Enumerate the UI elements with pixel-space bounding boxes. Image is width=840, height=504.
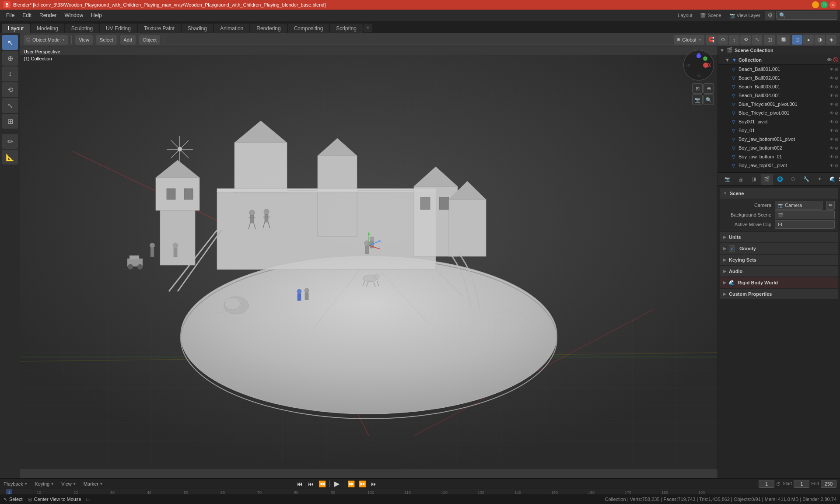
collection-restrict-icon[interactable]: 🚫 <box>833 57 838 63</box>
restrict-icon-5[interactable]: ⊘ <box>835 102 838 107</box>
transform-btn3[interactable]: ⤡ <box>752 35 762 45</box>
restrict-icon-11[interactable]: ⊘ <box>835 154 838 159</box>
play-forward-btn[interactable]: ▶ <box>332 480 341 488</box>
restrict-icon-9[interactable]: ⊘ <box>835 137 838 142</box>
object-button[interactable]: Object <box>139 35 160 45</box>
tool-select[interactable]: ↖ <box>2 35 18 50</box>
timeline-keying[interactable]: Keying ▼ <box>35 481 55 486</box>
jump-prev-keyframe-btn[interactable]: ⏮ <box>307 480 315 488</box>
tab-scripting[interactable]: Scripting <box>330 24 363 33</box>
props-section-custom-header[interactable]: ▶ Custom Properties <box>720 289 838 299</box>
tab-texture-paint[interactable]: Texture Paint <box>138 24 181 33</box>
outliner-item-boy-jaw-top-001[interactable]: ▽ Boy_jaw_top001_pivot 👁 ⊘ <box>718 161 840 170</box>
outliner-item-boy-jaw-bottom-01[interactable]: ▽ Boy_jaw_bottom_01 👁 ⊘ <box>718 152 840 161</box>
props-icon-world[interactable]: 🌐 <box>774 174 786 185</box>
tab-shading[interactable]: Shading <box>182 24 213 33</box>
restrict-icon-10[interactable]: ⊘ <box>835 146 838 150</box>
props-icon-particles[interactable]: ✦ <box>813 174 826 185</box>
mode-dropdown[interactable]: ⬡ Object Mode ▼ <box>24 35 68 45</box>
tool-scale[interactable]: ⤡ <box>2 98 18 113</box>
vis-icon-6[interactable]: 👁 <box>830 111 834 116</box>
vis-icon-11[interactable]: 👁 <box>830 154 834 159</box>
outliner-item-beach-ball-002[interactable]: ▽ Beach_Ball002.001 👁 ⊘ <box>718 74 840 82</box>
solid-btn[interactable]: ● <box>803 35 814 45</box>
tab-sculpting[interactable]: Sculpting <box>65 24 99 33</box>
outliner-item-boy-jaw-top-002[interactable]: ▽ Boy_jaw_top002 👁 ⊘ <box>718 170 840 173</box>
collection-vis-icon[interactable]: 👁 <box>827 57 832 63</box>
props-icon-render[interactable]: 📷 <box>721 174 734 185</box>
global-dropdown[interactable]: ⊕ Global ▼ <box>674 35 704 45</box>
viewport-3d[interactable]: User Perspective (1) Collection <box>20 46 718 478</box>
gizmo-btn[interactable]: 🔘 <box>777 35 790 45</box>
restrict-icon-4[interactable]: ⊘ <box>835 93 838 98</box>
add-button[interactable]: Add <box>120 35 136 45</box>
props-icon-output[interactable]: 🖨 <box>735 174 747 185</box>
restrict-icon-7[interactable]: ⊘ <box>835 119 838 124</box>
menu-help[interactable]: Help <box>88 11 105 19</box>
outliner-item-beach-ball-004[interactable]: ▽ Beach_Ball004.001 👁 ⊘ <box>718 91 840 100</box>
props-section-units-header[interactable]: ▶ Units <box>720 232 838 242</box>
jump-end-btn[interactable]: ⏭ <box>370 480 378 488</box>
wireframe-btn[interactable]: ◻ <box>792 35 802 45</box>
outliner-item-blue-tricycle-001[interactable]: ▽ Blue_Tricycle001_pivot.001 👁 ⊘ <box>718 100 840 108</box>
props-icon-object[interactable]: ⬡ <box>787 174 799 185</box>
tab-rendering[interactable]: Rendering <box>250 24 287 33</box>
view-button[interactable]: View <box>75 35 93 45</box>
tab-layout[interactable]: Layout <box>2 24 30 33</box>
tab-compositing[interactable]: Compositing <box>288 24 329 33</box>
vis-icon-1[interactable]: 👁 <box>830 67 834 72</box>
tab-modeling[interactable]: Modeling <box>31 24 64 33</box>
menu-edit[interactable]: Edit <box>19 11 35 19</box>
props-icon-scene[interactable]: 🎬 <box>761 174 773 185</box>
restrict-icon-8[interactable]: ⊘ <box>835 128 838 133</box>
vis-icon-8[interactable]: 👁 <box>830 128 834 133</box>
zoom-in[interactable]: 🔍 <box>704 94 714 105</box>
tab-uv-editing[interactable]: UV Editing <box>100 24 137 33</box>
search-bar[interactable]: 🔍 <box>776 11 837 20</box>
snap-btn[interactable]: 🧲 <box>706 35 717 45</box>
tool-measure[interactable]: 📐 <box>2 150 18 164</box>
vis-icon-9[interactable]: 👁 <box>830 137 834 142</box>
camera-edit-btn[interactable]: ✏ <box>826 201 835 210</box>
outliner-item-boy-jaw-bottom-002[interactable]: ▽ Boy_jaw_bottom002 👁 ⊘ <box>718 144 840 152</box>
restrict-icon-2[interactable]: ⊘ <box>835 76 838 80</box>
vis-icon-12[interactable]: 👁 <box>830 163 834 168</box>
render-btn[interactable]: ◈ <box>826 35 836 45</box>
outliner-item-boy-jaw-bottom-001[interactable]: ▽ Boy_jaw_bottom001_pivot 👁 ⊘ <box>718 135 840 144</box>
proportional-btn[interactable]: ⊙ <box>718 35 728 45</box>
props-section-gravity-header[interactable]: ▶ ✓ Gravity <box>720 243 838 254</box>
jump-next-keyframe-btn[interactable]: ⏩ <box>358 480 367 488</box>
menu-render[interactable]: Render <box>36 11 60 19</box>
title-bar-controls[interactable]: − □ × <box>812 1 836 8</box>
outliner-item-boy001-pivot[interactable]: ▽ Boy001_pivot 👁 ⊘ <box>718 117 840 126</box>
play-backward-btn[interactable]: ⏪ <box>318 480 327 488</box>
select-button[interactable]: Select <box>96 35 117 45</box>
minimize-button[interactable]: − <box>812 1 819 8</box>
vis-icon-4[interactable]: 👁 <box>830 93 834 98</box>
tab-animation[interactable]: Animation <box>214 24 249 33</box>
play-forward-fast-btn[interactable]: ⏩ <box>347 480 356 488</box>
transform-btn1[interactable]: ↕ <box>729 35 739 45</box>
restrict-icon-3[interactable]: ⊘ <box>835 84 838 89</box>
props-section-scene-header[interactable]: ▼ Scene <box>720 188 838 199</box>
local-global-toggle[interactable]: ⊕ <box>704 83 714 94</box>
vis-icon-3[interactable]: 👁 <box>830 84 834 89</box>
outliner-item-boy-01[interactable]: ▽ Boy_01 👁 ⊘ <box>718 126 840 135</box>
restrict-icon-6[interactable]: ⊘ <box>835 111 838 116</box>
jump-start-btn[interactable]: ⏮ <box>295 480 304 488</box>
active-movie-value[interactable]: 🎞 <box>775 220 835 229</box>
overlay-btn[interactable]: ◫ <box>764 35 775 45</box>
restrict-icon-12[interactable]: ⊘ <box>835 163 838 168</box>
camera-value[interactable]: 📷 Camera <box>775 201 822 210</box>
props-icon-physics[interactable]: 🌊 <box>826 174 839 185</box>
timeline-view[interactable]: View ▼ <box>61 481 77 486</box>
tool-transform[interactable]: ⊞ <box>2 114 18 129</box>
props-icon-view-layer[interactable]: ◨ <box>748 174 760 185</box>
tool-move[interactable]: ↕ <box>2 66 18 81</box>
vis-icon-7[interactable]: 👁 <box>830 119 834 124</box>
perspective-toggle[interactable]: ⊡ <box>692 83 703 94</box>
props-icon-modifier[interactable]: 🔧 <box>800 174 812 185</box>
menu-window[interactable]: Window <box>61 11 87 19</box>
outliner-item-blue-tricycle-pivot[interactable]: ▽ Blue_Tricycle_pivot.001 👁 ⊘ <box>718 108 840 117</box>
props-section-rigid-body-header[interactable]: ▶ 🌊 Rigid Body World <box>720 277 838 288</box>
